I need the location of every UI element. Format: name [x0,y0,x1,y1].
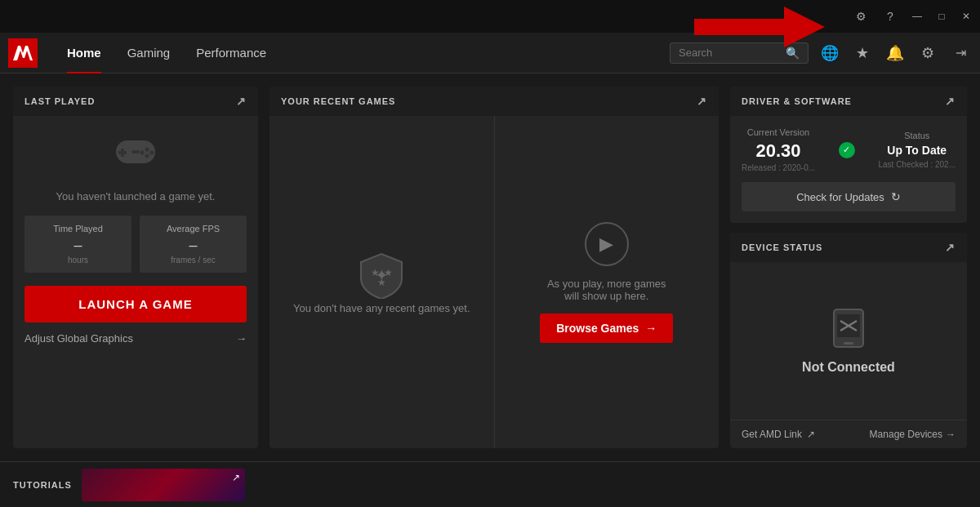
device-body: Not Connected [730,262,967,420]
tab-home[interactable]: Home [54,33,114,73]
driver-version-section: Current Version 20.30 Released : 2020-0.… [742,127,815,172]
time-played-unit: hours [33,256,123,265]
profile-icon[interactable]: ⇥ [949,42,972,64]
adjust-arrow-icon: → [236,332,247,345]
nav-right: 🔍 🌐 ★ 🔔 ⚙ ⇥ [670,42,972,64]
play-icon: ▶ [585,222,629,266]
favorites-icon[interactable]: ★ [851,42,874,64]
settings-titlebar-icon[interactable]: ⚙ [853,10,869,23]
driver-release-date: Released : 2020-0... [742,163,815,172]
minimize-button[interactable]: — [911,11,923,22]
last-played-card: Last Played ↗ You haven't launched a gam… [13,87,258,448]
browse-arrow-icon: → [645,322,657,335]
title-bar: ⚙ ? — □ ✕ [0,0,980,33]
status-label: Status [878,131,956,140]
status-text: Up To Date [887,144,947,157]
title-bar-controls: ⚙ ? — □ ✕ [853,10,972,23]
main-content: Last Played ↗ You haven't launched a gam… [0,73,980,461]
svg-rect-15 [844,342,853,345]
recent-games-body: ✦ ★ ★ ★ You don't have any recent games … [270,116,719,448]
manage-arrow-icon: → [946,429,956,440]
phone-icon [831,308,866,352]
avg-fps-box: Average FPS – frames / sec [140,216,247,273]
recent-games-browse-section: ▶ As you play, more gameswill show up he… [495,116,719,448]
device-header: Device Status ↗ [730,233,967,262]
avg-fps-label: Average FPS [148,224,238,233]
driver-expand-icon[interactable]: ↗ [945,95,956,108]
svg-point-7 [145,154,149,158]
svg-rect-3 [118,151,127,154]
browse-games-text: As you play, more gameswill show up here… [547,278,666,302]
close-button[interactable]: ✕ [960,11,972,22]
avg-fps-unit: frames / sec [148,256,238,265]
driver-info: Current Version 20.30 Released : 2020-0.… [742,127,956,172]
share-icon: ↗ [807,429,815,440]
stats-row: Time Played – hours Average FPS – frames… [24,216,247,273]
browse-games-button[interactable]: Browse Games → [540,314,673,343]
search-box[interactable]: 🔍 [670,42,808,64]
last-played-header: Last Played ↗ [13,87,258,116]
tutorials-label: Tutorials [13,480,72,490]
tutorial-expand-icon: ↗ [232,472,240,483]
globe-icon[interactable]: 🌐 [818,42,841,64]
adjust-graphics-link[interactable]: Adjust Global Graphics → [24,332,247,345]
device-card: Device Status ↗ Not Connected Ge [730,233,967,448]
recent-games-card: Your Recent Games ↗ ✦ ★ ★ ★ You don't ha… [270,87,719,448]
svg-point-5 [150,151,154,155]
no-game-text: You haven't launched a game yet. [56,190,216,202]
svg-text:★: ★ [377,277,386,288]
time-played-value: – [33,237,123,254]
driver-version-number: 20.30 [742,140,815,162]
status-checkmark: ✓ [839,142,855,158]
svg-point-6 [140,151,145,155]
status-check: Up To Date [878,144,956,157]
last-checked-text: Last Checked : 202... [878,160,956,169]
recent-games-header: Your Recent Games ↗ [270,87,719,116]
svg-rect-8 [131,150,140,153]
check-updates-button[interactable]: Check for Updates ↻ [742,182,956,211]
driver-status-section: Status Up To Date Last Checked : 202... [878,131,956,169]
shield-icon: ✦ ★ ★ ★ [357,250,406,302]
tab-performance[interactable]: Performance [183,33,279,73]
right-column: Driver & Software ↗ Current Version 20.3… [730,87,967,448]
refresh-icon: ↻ [891,190,901,203]
amd-link-button[interactable]: Get AMD Link ↗ [742,429,815,440]
amd-logo [8,38,38,68]
gamepad-icon [109,132,162,180]
nav-bar: Home Gaming Performance 🔍 🌐 ★ 🔔 ⚙ ⇥ [0,33,980,73]
help-titlebar-icon[interactable]: ? [882,10,898,23]
settings-nav-icon[interactable]: ⚙ [916,42,939,64]
search-input[interactable] [679,47,781,59]
not-connected-text: Not Connected [802,360,895,375]
driver-body: Current Version 20.30 Released : 2020-0.… [730,116,967,223]
nav-tabs: Home Gaming Performance [54,33,670,73]
tutorial-thumbnail[interactable]: ↗ [82,469,245,501]
recent-games-empty-section: ✦ ★ ★ ★ You don't have any recent games … [270,116,495,448]
recent-games-expand-icon[interactable]: ↗ [697,95,707,108]
last-played-title: Last Played [24,96,95,106]
last-played-expand-icon[interactable]: ↗ [236,95,247,108]
no-games-text: You don't have any recent games yet. [293,302,470,314]
manage-devices-link[interactable]: Manage Devices → [870,429,956,440]
driver-title: Driver & Software [742,96,852,106]
time-played-label: Time Played [33,224,123,233]
driver-header: Driver & Software ↗ [730,87,967,116]
search-icon: 🔍 [786,47,800,60]
last-played-body: You haven't launched a game yet. Time Pl… [13,116,258,448]
driver-card: Driver & Software ↗ Current Version 20.3… [730,87,967,223]
tab-gaming[interactable]: Gaming [114,33,184,73]
notifications-icon[interactable]: 🔔 [884,42,906,64]
avg-fps-value: – [148,237,238,254]
tutorials-bar: Tutorials ↗ [0,461,980,507]
svg-point-4 [145,148,149,152]
launch-game-button[interactable]: Launch a Game [24,286,247,322]
device-footer: Get AMD Link ↗ Manage Devices → [730,420,967,448]
maximize-button[interactable]: □ [936,11,947,22]
time-played-box: Time Played – hours [24,216,131,273]
current-version-label: Current Version [742,127,815,137]
recent-games-title: Your Recent Games [281,96,395,106]
device-expand-icon[interactable]: ↗ [945,241,956,254]
device-title: Device Status [742,242,822,252]
